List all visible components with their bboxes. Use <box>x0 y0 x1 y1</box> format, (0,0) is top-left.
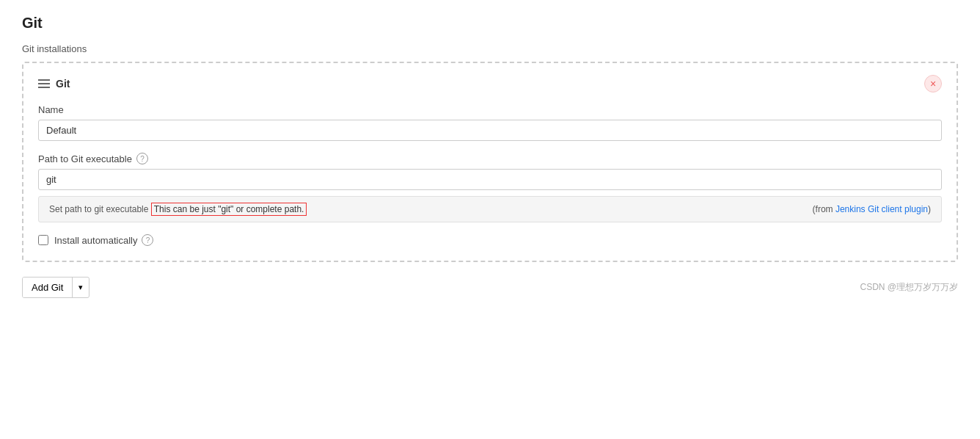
plugin-prefix-text: (from <box>813 204 835 214</box>
add-git-button[interactable]: Add Git ▾ <box>22 277 89 298</box>
path-input[interactable] <box>38 169 942 190</box>
path-help-box: Set path to git executable This can be j… <box>38 196 942 222</box>
plugin-link: (from Jenkins Git client plugin) <box>813 204 931 214</box>
install-auto-checkbox[interactable] <box>38 235 48 245</box>
add-git-arrow-button[interactable]: ▾ <box>73 278 89 297</box>
installation-card: Git × Name Path to Git executable ? Set … <box>22 62 958 262</box>
plugin-link-anchor[interactable]: Jenkins Git client plugin <box>835 204 928 214</box>
name-input[interactable] <box>38 120 942 141</box>
name-field-group: Name <box>38 104 942 141</box>
path-field-group: Path to Git executable ? Set path to git… <box>38 153 942 222</box>
install-auto-label-text: Install automatically <box>54 235 137 246</box>
drag-handle-icon[interactable] <box>38 79 50 88</box>
help-highlight: This can be just "git" or complete path. <box>151 203 307 216</box>
name-field-label: Name <box>38 104 942 115</box>
add-git-section: Add Git ▾ CSDN @理想万岁万万岁 <box>22 277 958 298</box>
path-label-text: Path to Git executable <box>38 153 132 164</box>
section-label: Git installations <box>22 43 958 54</box>
add-git-main-button[interactable]: Add Git <box>23 277 73 297</box>
install-auto-label: Install automatically ? <box>54 234 153 246</box>
path-field-label: Path to Git executable ? <box>38 153 942 164</box>
close-button[interactable]: × <box>924 75 942 92</box>
install-auto-row: Install automatically ? <box>38 234 942 246</box>
install-auto-help-icon[interactable]: ? <box>142 234 153 246</box>
card-title: Git <box>56 78 70 90</box>
watermark-text: CSDN @理想万岁万万岁 <box>860 281 958 294</box>
help-prefix: Set path to git executable <box>49 204 148 214</box>
plugin-suffix-text: ) <box>928 204 931 214</box>
path-help-icon[interactable]: ? <box>136 153 148 164</box>
page-title: Git <box>22 15 958 32</box>
card-header-left: Git <box>38 78 70 90</box>
card-header: Git × <box>38 75 942 92</box>
